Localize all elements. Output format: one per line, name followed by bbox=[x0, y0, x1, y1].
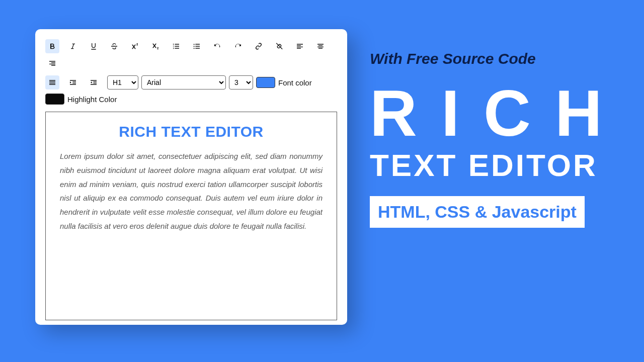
strikethrough-icon bbox=[110, 42, 118, 50]
ordered-list-button[interactable] bbox=[169, 39, 183, 53]
font-color-swatch[interactable] bbox=[256, 77, 275, 88]
superscript-icon bbox=[131, 42, 139, 50]
align-left-button[interactable] bbox=[293, 39, 307, 53]
redo-button[interactable] bbox=[231, 39, 245, 53]
link-button[interactable] bbox=[252, 39, 266, 53]
outdent-icon bbox=[90, 78, 98, 86]
align-justify-button[interactable] bbox=[45, 75, 59, 89]
bold-icon bbox=[48, 42, 56, 50]
unordered-list-button[interactable] bbox=[190, 39, 204, 53]
align-center-button[interactable] bbox=[313, 39, 328, 53]
strikethrough-button[interactable] bbox=[107, 39, 121, 53]
toolbar-row-2: H1 Arial 3 Font color bbox=[45, 75, 337, 89]
promo-subtitle: With Free Source Code bbox=[370, 50, 621, 67]
unordered-list-icon bbox=[193, 42, 201, 50]
align-right-icon bbox=[48, 59, 56, 67]
fontsize-select[interactable]: 3 bbox=[229, 75, 253, 89]
heading-select[interactable]: H1 bbox=[107, 75, 138, 89]
undo-icon bbox=[213, 42, 221, 50]
highlight-color-label: Highlight Color bbox=[67, 95, 117, 104]
promo-block: With Free Source Code RICH TEXT EDITOR H… bbox=[370, 50, 621, 228]
indent-button[interactable] bbox=[66, 75, 80, 89]
align-right-button[interactable] bbox=[45, 56, 59, 70]
bold-button[interactable] bbox=[45, 39, 59, 53]
unlink-button[interactable] bbox=[272, 39, 286, 53]
underline-button[interactable] bbox=[87, 39, 101, 53]
subscript-icon bbox=[151, 42, 159, 50]
italic-button[interactable] bbox=[66, 39, 80, 53]
promo-title-rich: RICH bbox=[370, 81, 621, 145]
underline-icon bbox=[90, 42, 98, 50]
align-left-icon bbox=[296, 42, 304, 50]
subscript-button[interactable] bbox=[148, 39, 163, 53]
font-select[interactable]: Arial bbox=[141, 75, 226, 89]
ordered-list-icon bbox=[172, 42, 180, 50]
align-justify-icon bbox=[48, 78, 56, 86]
editor-textarea[interactable]: RICH TEXT EDITOR Lorem ipsum dolor sit a… bbox=[45, 112, 337, 320]
align-center-icon bbox=[316, 42, 325, 50]
content-body: Lorem ipsum dolor sit amet, consectetuer… bbox=[60, 149, 323, 233]
toolbar-row-3: Highlight Color bbox=[45, 94, 337, 105]
highlight-color-swatch[interactable] bbox=[45, 94, 64, 105]
undo-button[interactable] bbox=[210, 39, 224, 53]
toolbar-row-1 bbox=[45, 39, 337, 70]
unlink-icon bbox=[275, 42, 283, 50]
indent-icon bbox=[69, 78, 77, 86]
content-title: RICH TEXT EDITOR bbox=[60, 123, 323, 140]
promo-title-sub: TEXT EDITOR bbox=[370, 147, 621, 183]
font-color-label: Font color bbox=[278, 78, 312, 87]
promo-badge: HTML, CSS & Javascript bbox=[370, 196, 585, 228]
redo-icon bbox=[234, 42, 242, 50]
italic-icon bbox=[69, 42, 77, 50]
editor-card: H1 Arial 3 Font color Highlight Color RI… bbox=[35, 29, 347, 325]
link-icon bbox=[255, 42, 263, 50]
superscript-button[interactable] bbox=[128, 39, 142, 53]
outdent-button[interactable] bbox=[87, 75, 101, 89]
